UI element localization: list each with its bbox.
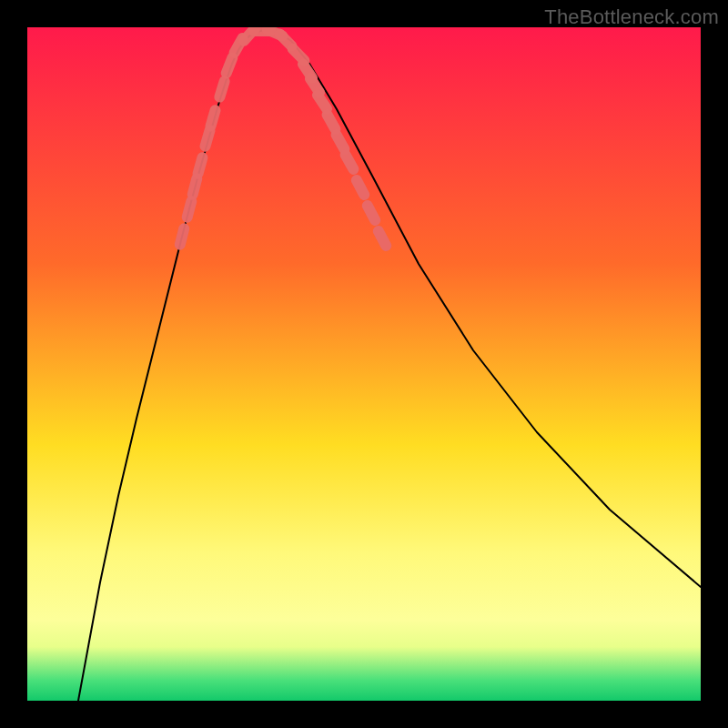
svg-line-3 xyxy=(198,157,203,173)
svg-line-7 xyxy=(227,58,233,74)
svg-line-20 xyxy=(357,180,364,195)
svg-line-19 xyxy=(346,155,354,169)
svg-line-16 xyxy=(318,96,327,109)
bottleneck-curve xyxy=(78,30,701,701)
svg-line-21 xyxy=(368,206,375,220)
svg-line-4 xyxy=(206,130,210,146)
svg-line-18 xyxy=(337,135,345,149)
chart-frame: TheBottleneck.com xyxy=(0,0,728,728)
svg-line-5 xyxy=(211,110,216,126)
curve-layer xyxy=(27,27,701,701)
svg-line-6 xyxy=(219,81,224,96)
highlight-dots xyxy=(180,28,386,246)
attribution-label: TheBottleneck.com xyxy=(544,5,719,29)
svg-line-17 xyxy=(328,115,336,129)
svg-line-1 xyxy=(187,201,192,217)
svg-line-0 xyxy=(180,228,184,244)
plot-area xyxy=(27,27,701,701)
svg-line-2 xyxy=(193,178,197,194)
svg-line-13 xyxy=(293,49,305,61)
svg-line-22 xyxy=(379,231,386,246)
